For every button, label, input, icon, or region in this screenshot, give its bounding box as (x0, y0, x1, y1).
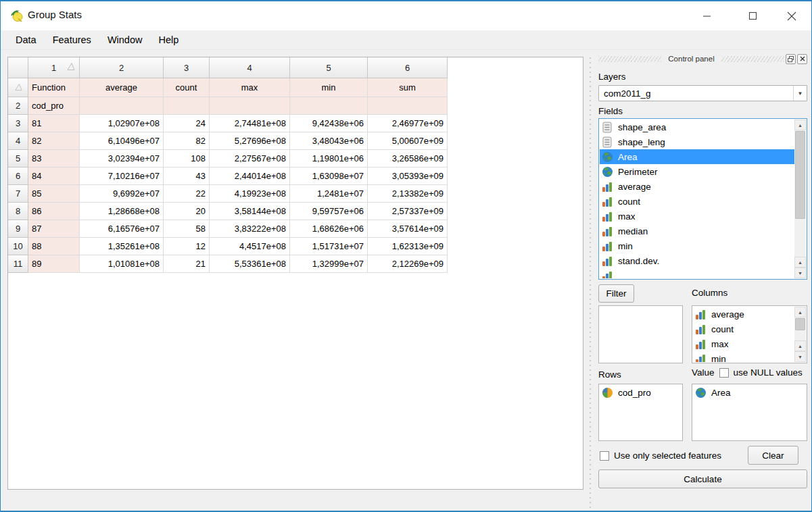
group-field-cell[interactable]: cod_pro (28, 97, 80, 115)
max-cell[interactable]: 3,83222e+08 (210, 220, 290, 238)
use-null-checkbox[interactable] (719, 368, 729, 378)
max-cell[interactable]: 2,27567e+08 (210, 150, 290, 168)
field-item[interactable] (600, 268, 794, 278)
scrollbar-thumb[interactable] (795, 131, 805, 219)
table-corner[interactable] (8, 57, 28, 78)
stat-header-cell[interactable]: sum (368, 78, 448, 97)
average-cell[interactable]: 6,16576e+07 (80, 220, 164, 238)
group-value-cell[interactable]: 84 (28, 168, 80, 185)
min-cell[interactable]: 9,59757e+06 (290, 203, 368, 220)
row-header[interactable]: 10 (8, 238, 28, 255)
min-cell[interactable]: 1,68626e+06 (290, 220, 368, 238)
max-cell[interactable]: 2,74481e+08 (210, 115, 290, 132)
sum-cell[interactable]: 2,13382e+09 (368, 185, 448, 203)
filter-button[interactable]: Filter (598, 284, 634, 303)
scrollbar-thumb[interactable] (795, 318, 805, 330)
group-value-cell[interactable]: 88 (28, 238, 80, 255)
field-item[interactable]: min (600, 238, 794, 253)
count-cell[interactable]: 24 (164, 115, 210, 132)
row-header[interactable]: 7 (8, 185, 28, 203)
chevron-down-icon[interactable]: ▼ (793, 86, 807, 101)
min-cell[interactable]: 1,2481e+07 (290, 185, 368, 203)
average-cell[interactable]: 1,02907e+08 (80, 115, 164, 132)
row-header[interactable]: 9 (8, 220, 28, 238)
scroll-up-icon[interactable]: ▲ (794, 307, 806, 317)
stat-header-cell[interactable]: max (210, 78, 290, 97)
column-header-2[interactable]: 2 (80, 57, 164, 78)
count-cell[interactable]: 22 (164, 185, 210, 203)
value-item[interactable]: Area (693, 385, 806, 400)
empty-cell[interactable] (368, 97, 448, 115)
minimize-button[interactable] (692, 1, 722, 30)
field-item[interactable]: Area (600, 149, 794, 164)
group-value-cell[interactable]: 82 (28, 132, 80, 150)
average-cell[interactable]: 1,01081e+08 (80, 255, 164, 273)
min-cell[interactable]: 1,19801e+06 (290, 150, 368, 168)
stat-header-cell[interactable]: count (164, 78, 210, 97)
group-value-cell[interactable]: 89 (28, 255, 80, 273)
filter-list[interactable] (598, 305, 683, 363)
scroll-up-icon[interactable]: ▲ (794, 257, 806, 267)
count-cell[interactable]: 82 (164, 132, 210, 150)
dock-title-bar[interactable]: Control panel (598, 52, 807, 66)
average-cell[interactable]: 1,35261e+08 (80, 238, 164, 255)
max-cell[interactable]: 3,58144e+08 (210, 203, 290, 220)
sum-cell[interactable]: 2,57337e+09 (368, 203, 448, 220)
average-cell[interactable]: 6,10496e+07 (80, 132, 164, 150)
function-row-header[interactable] (8, 78, 28, 97)
sum-cell[interactable]: 2,12269e+09 (368, 255, 448, 273)
column-item[interactable]: count (693, 322, 794, 336)
count-cell[interactable]: 20 (164, 203, 210, 220)
average-cell[interactable]: 7,10216e+07 (80, 168, 164, 185)
column-header-1[interactable]: 1 (28, 57, 80, 78)
row-header[interactable]: 8 (8, 203, 28, 220)
menu-item[interactable]: Window (101, 32, 149, 48)
row-header[interactable]: 6 (8, 168, 28, 185)
fields-scrollbar[interactable]: ▲ ▲ ▼ (794, 120, 806, 278)
count-cell[interactable]: 43 (164, 168, 210, 185)
row-header[interactable]: 3 (8, 115, 28, 132)
maximize-button[interactable] (738, 1, 768, 30)
column-header-4[interactable]: 4 (210, 57, 290, 78)
empty-cell[interactable] (80, 97, 164, 115)
field-item[interactable]: max (600, 209, 794, 224)
min-cell[interactable]: 3,48043e+06 (290, 132, 368, 150)
dock-close-button[interactable] (797, 54, 807, 64)
dock-resize-handle[interactable] (588, 54, 592, 508)
column-item[interactable]: average (693, 307, 794, 322)
column-item[interactable]: max (693, 336, 794, 351)
field-item[interactable]: shape_area (600, 120, 794, 134)
average-cell[interactable]: 1,28668e+08 (80, 203, 164, 220)
field-item[interactable]: median (600, 224, 794, 238)
average-cell[interactable]: 9,6992e+07 (80, 185, 164, 203)
empty-cell[interactable] (210, 97, 290, 115)
scroll-down-icon[interactable]: ▼ (794, 267, 806, 278)
scroll-up-icon[interactable]: ▲ (794, 120, 806, 130)
menu-item[interactable]: Data (9, 32, 43, 48)
field-item[interactable]: count (600, 194, 794, 209)
row-header[interactable]: 4 (8, 132, 28, 150)
group-value-cell[interactable]: 85 (28, 185, 80, 203)
column-item[interactable]: min (693, 351, 794, 362)
sum-cell[interactable]: 5,00607e+09 (368, 132, 448, 150)
column-header-5[interactable]: 5 (290, 57, 368, 78)
max-cell[interactable]: 4,19923e+08 (210, 185, 290, 203)
field-item[interactable]: stand.dev. (600, 253, 794, 268)
empty-cell[interactable] (290, 97, 368, 115)
close-button[interactable] (776, 1, 807, 30)
layer-combobox[interactable]: com2011_g ▼ (598, 85, 807, 101)
min-cell[interactable]: 9,42438e+06 (290, 115, 368, 132)
sum-cell[interactable]: 3,05393e+09 (368, 168, 448, 185)
field-item[interactable]: shape_leng (600, 134, 794, 149)
empty-cell[interactable] (164, 97, 210, 115)
use-selected-checkbox[interactable] (600, 451, 609, 461)
columns-scrollbar[interactable]: ▲ ▲ ▼ (794, 307, 806, 362)
row-header[interactable]: 11 (8, 255, 28, 273)
calculate-button[interactable]: Calculate (598, 469, 807, 488)
row-header[interactable]: 5 (8, 150, 28, 168)
clear-button[interactable]: Clear (748, 446, 798, 465)
function-label-cell[interactable]: Function (28, 78, 80, 97)
min-cell[interactable]: 1,51731e+07 (290, 238, 368, 255)
max-cell[interactable]: 5,27696e+08 (210, 132, 290, 150)
group-value-cell[interactable]: 83 (28, 150, 80, 168)
